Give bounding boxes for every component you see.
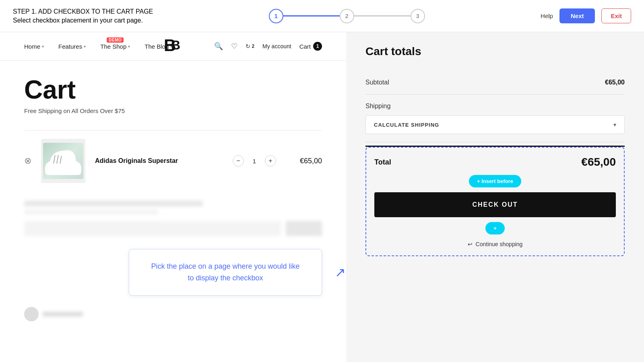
remove-item-button[interactable]: ⊗ <box>24 156 31 165</box>
shoe-shape <box>45 153 81 175</box>
top-bar: STEP 1. ADD CHECKBOX TO THE CART PAGE Se… <box>0 0 644 32</box>
cart-count-badge: 1 <box>313 42 322 51</box>
total-main-row: Total €65,00 <box>374 156 616 169</box>
item-image <box>41 139 85 183</box>
nav-shop[interactable]: DEMO The Shop ▾ <box>100 43 130 50</box>
help-button[interactable]: Help <box>541 12 553 19</box>
insert-after-button[interactable]: + <box>485 222 505 234</box>
shop-caret-icon: ▾ <box>128 44 130 49</box>
exit-button[interactable]: Exit <box>601 8 631 23</box>
cart-page-title: Cart <box>24 77 322 103</box>
free-shipping-notice: Free Shipping on All Orders Over $75 <box>24 107 322 114</box>
quantity-control: − 1 + <box>233 155 276 167</box>
subtotal-row: Subtotal €65,00 <box>365 71 625 95</box>
tooltip-arrow-icon: ↗ <box>335 265 346 280</box>
calculate-shipping-text: CALCULATE SHIPPING <box>374 122 439 128</box>
nav-features[interactable]: Features ▾ <box>58 43 86 50</box>
avatar-row-blurred <box>24 307 322 321</box>
shoe-image <box>43 143 83 179</box>
qty-value: 1 <box>250 158 258 165</box>
continue-shopping-text: Continue shopping <box>476 241 523 247</box>
user-name-blurred <box>43 312 83 317</box>
features-caret-icon: ▾ <box>84 44 86 49</box>
avatar <box>24 307 39 321</box>
progress-steps: 1 2 3 <box>269 9 425 23</box>
qty-decrease-button[interactable]: − <box>233 155 244 167</box>
cart-totals-title: Cart totals <box>365 45 625 58</box>
svg-text:B: B <box>171 38 180 52</box>
subtotal-label: Subtotal <box>365 79 389 86</box>
tooltip-box: Pick the place on a page where you would… <box>129 249 322 296</box>
nav-right: 🔍 ♡ ↻ 2 My account Cart 1 <box>214 42 322 51</box>
top-bar-actions: Help Next Exit <box>541 8 631 23</box>
nav-my-account[interactable]: My account <box>262 43 291 49</box>
shipping-row: Shipping CALCULATE SHIPPING ▾ <box>365 95 625 142</box>
nav-home[interactable]: Home ▾ <box>24 43 44 50</box>
progress-line-1-2 <box>283 15 340 16</box>
total-value: €65,00 <box>581 156 616 169</box>
refresh-icon: ↻ <box>246 43 250 49</box>
nav-left: Home ▾ Features ▾ DEMO The Shop ▾ The Bl… <box>24 43 214 50</box>
item-name: Adidas Originals Superstar <box>95 157 223 165</box>
progress-line-2-3 <box>354 15 411 16</box>
site-logo: B B <box>162 34 184 59</box>
continue-shopping-link[interactable]: ↩ Continue shopping <box>374 241 616 247</box>
wishlist-icon[interactable]: ♡ <box>231 42 237 51</box>
navigation: Home ▾ Features ▾ DEMO The Shop ▾ The Bl… <box>0 32 346 61</box>
right-panel: Cart totals Subtotal €65,00 Shipping CAL… <box>346 32 644 362</box>
step-dot-1: 1 <box>269 9 283 23</box>
refresh-count: 2 <box>252 43 254 49</box>
refresh-badge[interactable]: ↻ 2 <box>246 43 254 49</box>
cart-item: ⊗ Adidas Originals Superstar <box>24 130 322 191</box>
cart-content: Cart Free Shipping on All Orders Over $7… <box>0 61 346 337</box>
step-dot-3: 3 <box>411 9 425 23</box>
step-dot-2: 2 <box>340 9 354 23</box>
next-button[interactable]: Next <box>559 8 595 23</box>
total-label: Total <box>374 158 391 167</box>
back-arrow-icon: ↩ <box>468 241 473 247</box>
home-caret-icon: ▾ <box>42 44 44 49</box>
step-label: STEP 1. ADD CHECKBOX TO THE CART PAGE <box>13 8 153 15</box>
demo-badge: DEMO <box>107 37 124 43</box>
coupon-area-blurred <box>24 201 322 236</box>
main-layout: Home ▾ Features ▾ DEMO The Shop ▾ The Bl… <box>0 32 644 362</box>
item-price: €65,00 <box>286 157 322 165</box>
nav-cart[interactable]: Cart 1 <box>299 42 322 51</box>
checkout-button[interactable]: CHECK OUT <box>374 192 616 217</box>
subtotal-value: €65,00 <box>605 79 625 86</box>
calculate-shipping-button[interactable]: CALCULATE SHIPPING ▾ <box>365 115 625 134</box>
calculate-shipping-caret-icon: ▾ <box>613 121 616 128</box>
insert-before-button[interactable]: + Insert before <box>469 175 521 187</box>
search-icon[interactable]: 🔍 <box>214 42 223 51</box>
step-sub: Select checkbox placement in your cart p… <box>13 17 153 24</box>
qty-increase-button[interactable]: + <box>265 155 276 167</box>
shipping-label: Shipping <box>365 103 390 110</box>
left-panel: Home ▾ Features ▾ DEMO The Shop ▾ The Bl… <box>0 32 346 362</box>
shipping-label-row: Shipping <box>365 103 625 110</box>
step-info: STEP 1. ADD CHECKBOX TO THE CART PAGE Se… <box>13 8 153 24</box>
checkout-dashed-box: Total €65,00 + Insert before CHECK OUT +… <box>365 147 625 256</box>
tooltip-text: Pick the place on a page where you would… <box>144 261 307 284</box>
